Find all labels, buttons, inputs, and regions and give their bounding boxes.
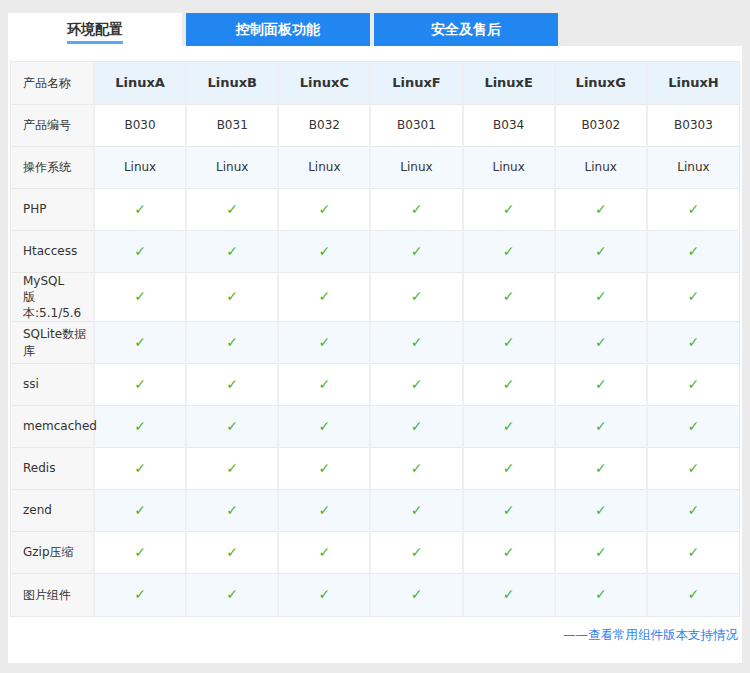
check-icon: ✓: [318, 201, 330, 217]
row-label: 图片组件: [11, 574, 94, 616]
table-cell: ✓: [94, 272, 186, 322]
check-icon: ✓: [595, 586, 607, 602]
check-icon: ✓: [318, 418, 330, 434]
table-cell: Linux: [94, 146, 186, 188]
table-cell: ✓: [463, 188, 555, 230]
table-cell: ✓: [647, 188, 739, 230]
table-wrapper: 产品名称LinuxALinuxBLinuxCLinuxFLinuxELinuxG…: [10, 61, 740, 617]
table-cell: ✓: [278, 532, 370, 574]
table-row: Htaccess✓✓✓✓✓✓✓: [11, 230, 739, 272]
table-header: 产品名称LinuxALinuxBLinuxCLinuxFLinuxELinuxG…: [11, 62, 739, 104]
check-icon: ✓: [226, 288, 238, 304]
table-cell: ✓: [370, 230, 462, 272]
check-icon: ✓: [688, 288, 700, 304]
check-icon: ✓: [134, 243, 146, 259]
tab-label: 环境配置: [67, 21, 123, 39]
content-panel: 产品名称LinuxALinuxBLinuxCLinuxFLinuxELinuxG…: [8, 46, 742, 663]
table-cell: ✓: [555, 448, 647, 490]
header-row: 产品名称LinuxALinuxBLinuxCLinuxFLinuxELinuxG…: [11, 62, 739, 104]
check-icon: ✓: [688, 376, 700, 392]
table-cell: ✓: [463, 574, 555, 616]
check-icon: ✓: [503, 288, 515, 304]
table-cell: B030: [94, 104, 186, 146]
table-cell: Linux: [555, 146, 647, 188]
table-cell: ✓: [278, 188, 370, 230]
table-cell: ✓: [278, 406, 370, 448]
check-icon: ✓: [411, 334, 423, 350]
check-icon: ✓: [226, 586, 238, 602]
column-header-linuxa: LinuxA: [94, 62, 186, 104]
table-cell: ✓: [555, 364, 647, 406]
active-tab-indicator: [67, 41, 123, 44]
table-cell: ✓: [94, 532, 186, 574]
column-header-linuxf: LinuxF: [370, 62, 462, 104]
table-cell: ✓: [186, 188, 278, 230]
table-cell: Linux: [278, 146, 370, 188]
table-cell: ✓: [370, 448, 462, 490]
check-icon: ✓: [503, 201, 515, 217]
check-icon: ✓: [134, 418, 146, 434]
table-cell: B0301: [370, 104, 462, 146]
table-cell: ✓: [186, 406, 278, 448]
corner-header: 产品名称: [11, 62, 94, 104]
table-cell: Linux: [370, 146, 462, 188]
check-icon: ✓: [503, 418, 515, 434]
tab-label: 控制面板功能: [236, 21, 320, 39]
table-cell: B034: [463, 104, 555, 146]
table-cell: ✓: [94, 490, 186, 532]
check-icon: ✓: [411, 544, 423, 560]
check-icon: ✓: [688, 586, 700, 602]
table-cell: ✓: [555, 490, 647, 532]
table-cell: ✓: [278, 574, 370, 616]
table-cell: Linux: [463, 146, 555, 188]
table-cell: ✓: [186, 272, 278, 322]
check-icon: ✓: [226, 243, 238, 259]
row-label: MySQL 版本:5.1/5.6: [11, 272, 94, 322]
tab-environment-config[interactable]: 环境配置: [8, 13, 182, 46]
table-cell: ✓: [94, 574, 186, 616]
table-cell: ✓: [555, 188, 647, 230]
check-icon: ✓: [503, 334, 515, 350]
check-icon: ✓: [503, 376, 515, 392]
table-cell: ✓: [647, 322, 739, 364]
table-row: zend✓✓✓✓✓✓✓: [11, 490, 739, 532]
table-cell: ✓: [186, 364, 278, 406]
tab-security-aftersales[interactable]: 安全及售后: [374, 13, 558, 46]
check-icon: ✓: [595, 201, 607, 217]
row-label: zend: [11, 490, 94, 532]
tab-control-panel-features[interactable]: 控制面板功能: [186, 13, 370, 46]
check-icon: ✓: [595, 418, 607, 434]
check-icon: ✓: [134, 586, 146, 602]
tab-bar: 环境配置 控制面板功能 安全及售后: [8, 13, 558, 46]
table-cell: ✓: [186, 230, 278, 272]
table-cell: ✓: [463, 272, 555, 322]
table-cell: ✓: [647, 364, 739, 406]
table-cell: ✓: [278, 230, 370, 272]
table-cell: ✓: [647, 272, 739, 322]
check-icon: ✓: [226, 502, 238, 518]
check-icon: ✓: [595, 243, 607, 259]
check-icon: ✓: [318, 544, 330, 560]
table-row: MySQL 版本:5.1/5.6✓✓✓✓✓✓✓: [11, 272, 739, 322]
check-icon: ✓: [134, 376, 146, 392]
table-row: SQLite数据库✓✓✓✓✓✓✓: [11, 322, 739, 364]
comparison-table: 产品名称LinuxALinuxBLinuxCLinuxFLinuxELinuxG…: [11, 62, 739, 616]
component-version-support-link[interactable]: ——查看常用组件版本支持情况: [563, 627, 738, 644]
table-cell: B0303: [647, 104, 739, 146]
table-cell: ✓: [647, 490, 739, 532]
table-row: 操作系统LinuxLinuxLinuxLinuxLinuxLinuxLinux: [11, 146, 739, 188]
check-icon: ✓: [411, 418, 423, 434]
row-label: 操作系统: [11, 146, 94, 188]
table-cell: ✓: [555, 574, 647, 616]
table-row: 图片组件✓✓✓✓✓✓✓: [11, 574, 739, 616]
check-icon: ✓: [134, 201, 146, 217]
row-label: memcached: [11, 406, 94, 448]
check-icon: ✓: [411, 376, 423, 392]
tab-label: 安全及售后: [431, 21, 501, 39]
check-icon: ✓: [318, 586, 330, 602]
table-cell: B032: [278, 104, 370, 146]
table-cell: B031: [186, 104, 278, 146]
table-cell: ✓: [647, 448, 739, 490]
check-icon: ✓: [226, 201, 238, 217]
table-cell: ✓: [370, 406, 462, 448]
